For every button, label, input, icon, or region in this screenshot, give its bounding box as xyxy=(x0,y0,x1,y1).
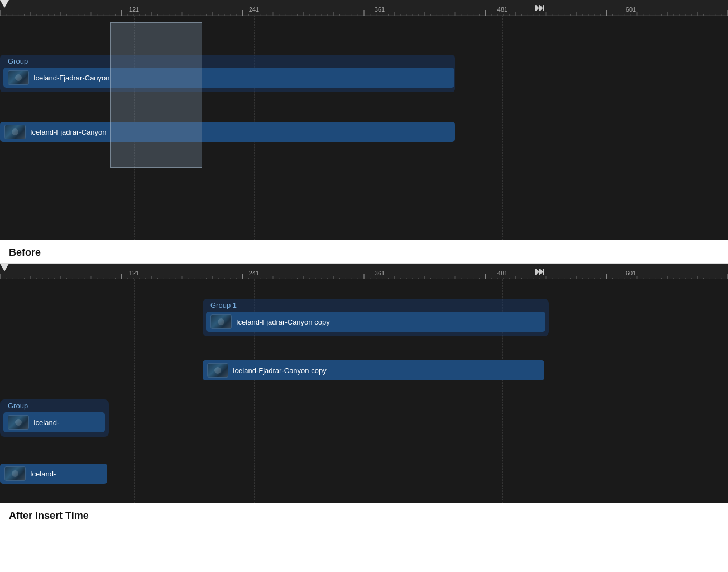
clip4-name: Iceland- xyxy=(30,470,56,478)
timeline-before: 121 241 361 481 601 ⏭ Group Iceland-Fjad… xyxy=(0,0,728,240)
section-label-after: After Insert Time xyxy=(0,503,728,526)
end-marker-after: ⏭ xyxy=(535,264,545,279)
clip3-thumb xyxy=(8,415,29,430)
clip2-name-before: Iceland-Fjadrar-Canyon xyxy=(30,128,107,136)
section-label-before: Before xyxy=(0,240,728,263)
ruler-before: 121 241 361 481 601 ⏭ xyxy=(0,0,728,16)
selection-rect xyxy=(110,22,202,168)
clip1-copy-name: Iceland-Fjadrar-Canyon copy xyxy=(236,318,330,326)
clip3-after[interactable]: Iceland- xyxy=(3,412,105,432)
clip1-thumb-before xyxy=(8,70,29,85)
group1-after: Group 1 Iceland-Fjadrar-Canyon copy xyxy=(203,299,549,336)
group-container-before: Group Iceland-Fjadrar-Canyon xyxy=(0,55,455,92)
track-area-before: Group Iceland-Fjadrar-Canyon Iceland-Fja… xyxy=(0,16,728,240)
group2-after: Group Iceland- xyxy=(0,399,109,437)
group-label-before: Group xyxy=(3,56,455,66)
clip1-before[interactable]: Iceland-Fjadrar-Canyon xyxy=(3,68,454,88)
group2-label-after: Group xyxy=(3,401,109,411)
clip1-name-before: Iceland-Fjadrar-Canyon xyxy=(33,74,110,82)
clip2-copy-thumb xyxy=(207,363,228,378)
clip3-name: Iceland- xyxy=(33,418,59,427)
clip2-copy-name: Iceland-Fjadrar-Canyon copy xyxy=(233,366,327,375)
clip4-thumb xyxy=(4,466,26,481)
group1-label-after: Group 1 xyxy=(206,300,549,311)
clip2-before[interactable]: Iceland-Fjadrar-Canyon xyxy=(0,122,455,142)
track-area-after: Group 1 Iceland-Fjadrar-Canyon copy Icel… xyxy=(0,279,728,503)
clip2-copy-after[interactable]: Iceland-Fjadrar-Canyon copy xyxy=(203,360,544,380)
clip4-after[interactable]: Iceland- xyxy=(0,464,107,484)
clip1-copy-thumb xyxy=(210,314,232,329)
clip2-thumb-before xyxy=(4,125,26,139)
timeline-after: 121 241 361 481 601 ⏭ Group 1 Iceland-Fj… xyxy=(0,263,728,503)
ruler-after: 121 241 361 481 601 ⏭ xyxy=(0,264,728,279)
clip1-copy-after[interactable]: Iceland-Fjadrar-Canyon copy xyxy=(206,312,545,332)
end-marker-before: ⏭ xyxy=(535,0,545,16)
